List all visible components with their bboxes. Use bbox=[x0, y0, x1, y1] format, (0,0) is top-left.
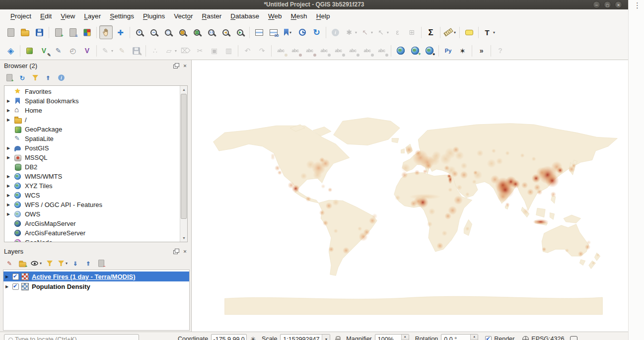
crs-value[interactable]: EPSG:4326 bbox=[531, 336, 564, 340]
refresh-map-button[interactable]: ↻ bbox=[310, 25, 323, 39]
statistical-summary-button[interactable]: Σ bbox=[424, 25, 437, 39]
properties-widget-button[interactable]: i bbox=[55, 72, 67, 83]
rotate-label-button[interactable]: abc bbox=[360, 44, 374, 58]
bug-plugin-button[interactable]: ✶ bbox=[456, 44, 469, 58]
expand-arrow-icon[interactable]: ▶ bbox=[7, 118, 13, 122]
zoom-to-layer-button[interactable]: ▤ bbox=[190, 25, 204, 39]
new-virtual-layer-button[interactable]: V bbox=[80, 44, 94, 58]
zoom-out-button[interactable]: − bbox=[147, 25, 160, 39]
new-temporary-scratch-layer-button[interactable]: ◴ bbox=[66, 44, 79, 58]
browser-item-ows[interactable]: ▶OWS bbox=[4, 209, 179, 219]
remove-layer-button[interactable]: − bbox=[95, 258, 107, 269]
collapse-all-button[interactable]: ⇑ bbox=[42, 72, 54, 83]
expand-arrow-icon[interactable]: ▶ bbox=[7, 99, 13, 103]
filter-legend-expression-button[interactable]: ε▾ bbox=[57, 258, 69, 269]
layer-visibility-checkbox[interactable] bbox=[12, 283, 19, 290]
toggle-editing-button[interactable]: ✎ bbox=[115, 44, 129, 58]
browser-item-geonode[interactable]: GeoNode bbox=[4, 238, 179, 242]
manage-map-themes-button[interactable]: ▾ bbox=[29, 258, 43, 269]
layer-labeling-button[interactable]: abc bbox=[274, 44, 287, 58]
expand-arrow-icon[interactable]: ▶ bbox=[7, 108, 13, 113]
scale-combo[interactable]: 1:152992847 ▼ bbox=[280, 334, 330, 340]
open-attribute-table-button[interactable]: ⊞ bbox=[405, 25, 419, 39]
title-bar[interactable]: *Untitled Project - QGIS 3b5291f273 bbox=[0, 0, 628, 9]
browser-float-button[interactable] bbox=[172, 63, 179, 69]
scroll-down-icon[interactable]: ▼ bbox=[180, 234, 188, 242]
expand-arrow-icon[interactable]: ▶ bbox=[7, 184, 13, 188]
open-layer-styling-button[interactable]: ✎ bbox=[3, 258, 15, 269]
layers-close-button[interactable] bbox=[182, 248, 188, 255]
browser-item-wfs-ogc-api-features[interactable]: ▶WFS / OGC API - Features bbox=[4, 200, 179, 209]
pan-map-button[interactable] bbox=[99, 25, 113, 39]
expand-arrow-icon[interactable]: ▶ bbox=[7, 212, 13, 216]
expand-arrow-icon[interactable]: ▶ bbox=[7, 155, 13, 160]
layers-float-button[interactable] bbox=[172, 248, 179, 255]
locate-search[interactable]: Type to locate (Ctrl+K) bbox=[4, 334, 139, 340]
python-console-button[interactable]: Py bbox=[441, 44, 455, 58]
browser-item-mssql[interactable]: ▶MSSQL bbox=[4, 153, 179, 162]
scroll-up-icon[interactable]: ▲ bbox=[180, 86, 188, 93]
maximize-button[interactable] bbox=[604, 1, 611, 8]
menu-database[interactable]: Database bbox=[226, 11, 264, 21]
save-layer-edits-button[interactable]: ✎ bbox=[130, 44, 143, 58]
data-source-manager-button[interactable]: ◈ bbox=[4, 44, 17, 58]
browser-item-postgis[interactable]: ▶PostGIS bbox=[4, 143, 179, 153]
new-geopackage-layer-button[interactable] bbox=[23, 44, 36, 58]
expand-all-button[interactable]: ⇓ bbox=[70, 258, 81, 269]
pan-map-to-selection-button[interactable]: ✚ bbox=[114, 25, 127, 39]
browser-item-geopackage[interactable]: GeoPackage bbox=[4, 125, 179, 134]
run-feature-action-button[interactable]: ✱▾ bbox=[343, 25, 358, 39]
style-manager-button[interactable] bbox=[80, 25, 94, 39]
menu-web[interactable]: Web bbox=[264, 11, 286, 21]
layer-row-population-density[interactable]: ▶Population Density bbox=[3, 281, 189, 291]
current-edits-button[interactable]: ✎▾ bbox=[99, 44, 114, 58]
magnifier-spin-arrows[interactable]: ▲▼ bbox=[401, 335, 409, 340]
browser-item-xyz-tiles[interactable]: ▶XYZ Tiles bbox=[4, 181, 179, 191]
select-by-expression-button[interactable]: ε bbox=[391, 25, 404, 39]
delete-selected-button[interactable]: ⌦ bbox=[179, 44, 192, 58]
copy-features-button[interactable]: ▣ bbox=[208, 44, 221, 58]
vertex-tool-button[interactable]: ▱▾ bbox=[163, 44, 178, 58]
layer-row-active-fires-1-day-terra-modis[interactable]: ▶Active Fires (1 day - Terra/MODIS) bbox=[3, 272, 189, 281]
render-check-icon[interactable] bbox=[485, 336, 492, 340]
deselect-features-button[interactable]: ↖▾ bbox=[375, 25, 390, 39]
browser-item-home[interactable]: ▶Home bbox=[4, 106, 179, 115]
refresh-browser-button[interactable]: ↻ bbox=[16, 72, 28, 83]
menu-view[interactable]: View bbox=[56, 11, 79, 21]
browser-item-favorites[interactable]: Favorites bbox=[4, 87, 179, 96]
menu-help[interactable]: Help bbox=[312, 11, 335, 21]
render-checkbox[interactable]: Render bbox=[485, 336, 514, 340]
crs-globe-icon[interactable] bbox=[522, 336, 529, 340]
spatial-bookmarks-button[interactable]: ▾ bbox=[281, 25, 294, 39]
new-shapefile-layer-button[interactable]: V✎ bbox=[37, 44, 51, 58]
zoom-next-button[interactable]: ▸ bbox=[233, 25, 247, 39]
temporal-controller-button[interactable] bbox=[295, 25, 309, 39]
menu-vector[interactable]: Vector bbox=[169, 11, 197, 21]
expand-arrow-icon[interactable]: ▶ bbox=[5, 274, 12, 279]
browser-item-item[interactable]: ▶/ bbox=[4, 115, 179, 125]
metasearch-button[interactable] bbox=[394, 44, 407, 58]
open-project-button[interactable] bbox=[18, 25, 32, 39]
expand-arrow-icon[interactable]: ▶ bbox=[5, 284, 12, 289]
new-print-layout-button[interactable]: + bbox=[52, 25, 65, 39]
highlight-labels-button[interactable]: abc bbox=[303, 44, 316, 58]
new-3d-map-view-button[interactable]: 3D bbox=[267, 25, 280, 39]
new-project-button[interactable] bbox=[4, 25, 17, 39]
collapse-all-layers-button[interactable]: ⇑ bbox=[82, 258, 94, 269]
save-project-button[interactable] bbox=[33, 25, 46, 39]
toolbar-overflow-button[interactable]: » bbox=[475, 44, 488, 58]
zoom-last-button[interactable]: ◂ bbox=[219, 25, 232, 39]
browser-item-wcs[interactable]: ▶WCS bbox=[4, 191, 179, 200]
browser-item-arcgismapserver[interactable]: ArcGisMapServer bbox=[4, 219, 179, 228]
osm-place-search-button[interactable]: ● bbox=[423, 44, 436, 58]
map-canvas[interactable] bbox=[192, 60, 628, 332]
expand-arrow-icon[interactable]: ▶ bbox=[7, 174, 13, 179]
paste-features-button[interactable]: ▥ bbox=[222, 44, 235, 58]
show-layout-manager-button[interactable]: ≡ bbox=[66, 25, 79, 39]
new-map-view-button[interactable] bbox=[252, 25, 266, 39]
new-spatialite-layer-button[interactable]: ✎ bbox=[52, 44, 65, 58]
messages-icon[interactable] bbox=[570, 336, 577, 340]
menu-edit[interactable]: Edit bbox=[36, 11, 56, 21]
menu-plugins[interactable]: Plugins bbox=[139, 11, 169, 21]
move-label-button[interactable]: abc bbox=[346, 44, 359, 58]
